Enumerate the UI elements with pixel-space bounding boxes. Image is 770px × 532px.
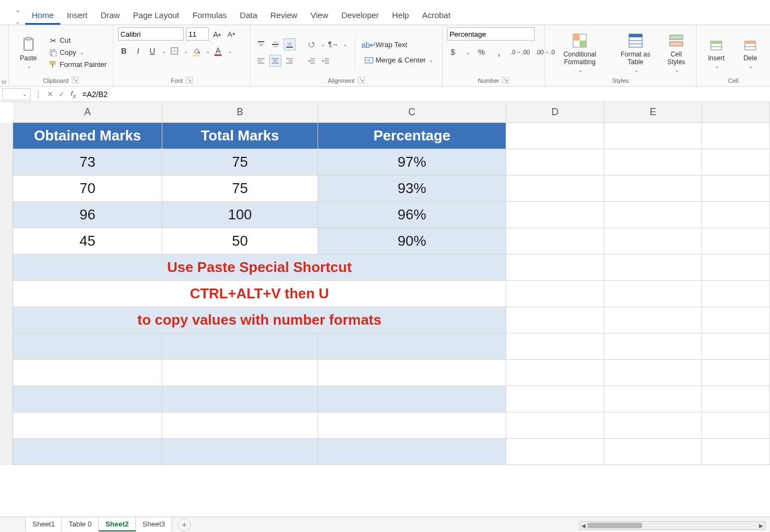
cell[interactable] [604, 254, 702, 281]
cell[interactable] [506, 386, 604, 412]
align-center-icon[interactable] [269, 55, 281, 67]
cell[interactable] [604, 149, 702, 176]
table-row[interactable]: 96 [13, 202, 162, 228]
accounting-chevron[interactable]: ⌄ [466, 49, 470, 55]
cell[interactable] [702, 254, 770, 281]
format-as-table-button[interactable]: Format as Table⌄ [613, 31, 658, 74]
ribbon-tab-view[interactable]: View [304, 6, 335, 25]
cell-styles-button[interactable]: Cell Styles⌄ [661, 31, 692, 74]
cell[interactable] [506, 412, 604, 439]
increase-decimal-icon[interactable]: .0→.00 [511, 46, 530, 58]
cell[interactable] [702, 386, 770, 412]
accounting-button[interactable]: $ [447, 46, 459, 58]
copy-chevron-icon[interactable]: ⌄ [80, 49, 84, 55]
cell[interactable] [506, 254, 604, 281]
ribbon-tab-insert[interactable]: Insert [60, 6, 94, 25]
delete-chevron[interactable]: ⌄ [749, 63, 753, 69]
cell[interactable] [162, 360, 318, 386]
cell[interactable] [604, 176, 702, 202]
table-row[interactable]: 96% [318, 202, 506, 228]
fill-chevron[interactable]: ⌄ [206, 48, 210, 54]
increase-indent-icon[interactable] [320, 55, 332, 67]
font-name-select[interactable] [118, 27, 184, 41]
table-row[interactable]: 70 [13, 176, 162, 202]
cut-button[interactable]: ✂ Cut [47, 35, 109, 46]
col-header-F[interactable] [702, 102, 770, 123]
ribbon-tab-home[interactable]: Home [25, 6, 60, 25]
underline-chevron[interactable]: ⌄ [162, 48, 166, 54]
orientation-icon[interactable]: ⭯ [305, 38, 318, 50]
cell[interactable] [13, 333, 162, 360]
copy-button[interactable]: Copy ⌄ [47, 47, 109, 58]
percent-button[interactable]: % [475, 46, 488, 58]
header-obtained[interactable]: Obtained Marks [13, 123, 162, 149]
delete-cells-button[interactable]: Dele⌄ [735, 35, 766, 70]
cell[interactable] [13, 412, 162, 439]
ribbon-tab-review[interactable]: Review [264, 6, 304, 25]
formula-input[interactable] [80, 90, 770, 99]
table-row[interactable]: 75 [162, 176, 318, 202]
ribbon-tab-page-layout[interactable]: Page Layout [127, 6, 186, 25]
cell[interactable] [318, 360, 506, 386]
cell[interactable] [506, 149, 604, 176]
cell[interactable] [506, 333, 604, 360]
table-row[interactable]: 93% [318, 176, 506, 202]
scroll-left-icon[interactable]: ◀ [580, 522, 587, 529]
increase-font-icon[interactable]: A▴ [211, 28, 223, 40]
paste-button[interactable]: Paste ⌄ [13, 35, 44, 70]
table-row[interactable]: 73 [13, 149, 162, 176]
undo-chevron[interactable]: ⌄ [15, 7, 20, 13]
ribbon-tab-acrobat[interactable]: Acrobat [416, 6, 457, 25]
scroll-right-icon[interactable]: ▶ [757, 522, 765, 529]
cell[interactable] [702, 439, 770, 465]
sheet-tab-sheet2[interactable]: Sheet2 [99, 518, 136, 531]
italic-button[interactable]: I [132, 45, 144, 57]
cell[interactable] [604, 439, 702, 465]
table-row[interactable]: 90% [318, 228, 506, 254]
cell[interactable] [506, 123, 604, 149]
align-top-icon[interactable] [255, 38, 267, 50]
align-middle-icon[interactable] [269, 38, 281, 50]
header-percentage[interactable]: Percentage [318, 123, 506, 149]
cell[interactable] [162, 386, 318, 412]
merge-center-button[interactable]: Merge & Center ⌄ [363, 55, 435, 66]
accept-formula-icon[interactable]: ✓ [57, 90, 66, 98]
table-row[interactable]: 45 [13, 228, 162, 254]
align-bottom-icon[interactable] [284, 38, 296, 50]
note-row[interactable]: CTRL+ALT+V then U [13, 281, 506, 307]
cell[interactable] [13, 386, 162, 412]
fat-chevron[interactable]: ⌄ [634, 67, 638, 73]
cell[interactable] [162, 333, 318, 360]
cell[interactable] [702, 281, 770, 307]
col-header-C[interactable]: C [318, 102, 506, 123]
table-row[interactable]: 50 [162, 228, 318, 254]
borders-chevron[interactable]: ⌄ [184, 48, 188, 54]
bold-button[interactable]: B [118, 45, 130, 57]
table-row[interactable]: 100 [162, 202, 318, 228]
cell[interactable] [506, 360, 604, 386]
cell[interactable] [13, 360, 162, 386]
borders-button[interactable] [168, 45, 180, 57]
cell[interactable] [702, 412, 770, 439]
ribbon-tab-help[interactable]: Help [386, 6, 416, 25]
number-format-select[interactable] [447, 27, 535, 41]
cell[interactable] [702, 149, 770, 176]
clipboard-launcher-icon[interactable]: ↘ [72, 77, 78, 83]
worksheet-grid[interactable]: A B C D E Obtained MarksTotal MarksPerce… [0, 102, 770, 497]
cell[interactable] [604, 202, 702, 228]
cond-chevron[interactable]: ⌄ [578, 67, 582, 73]
cell[interactable] [318, 333, 506, 360]
cell[interactable] [506, 176, 604, 202]
redo-chevron[interactable]: ⌄ [15, 19, 20, 25]
cell[interactable] [318, 439, 506, 465]
cell[interactable] [13, 439, 162, 465]
col-header-D[interactable]: D [506, 102, 604, 123]
align-right-icon[interactable] [284, 55, 296, 67]
font-color-chevron[interactable]: ⌄ [228, 48, 232, 54]
cell[interactable] [604, 123, 702, 149]
cell[interactable] [604, 333, 702, 360]
merge-chevron[interactable]: ⌄ [429, 57, 433, 63]
cell[interactable] [702, 202, 770, 228]
decrease-indent-icon[interactable] [305, 55, 318, 67]
cell[interactable] [162, 439, 318, 465]
